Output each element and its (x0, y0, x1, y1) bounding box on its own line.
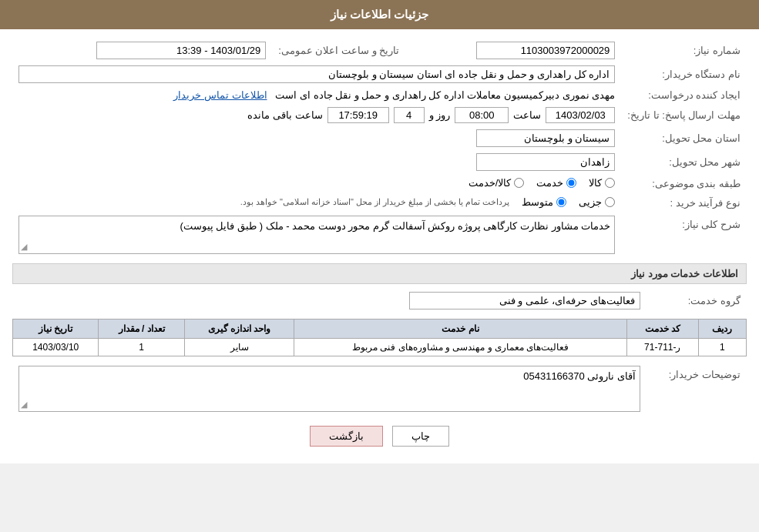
mohlat-remaining-value: 17:59:19 (327, 107, 389, 123)
goroh-table: گروه خدمت: فعالیت‌های حرفه‌ای، علمی و فن… (12, 289, 747, 313)
radio-motevaset[interactable]: متوسط (522, 196, 566, 208)
service-table: ردیف کد خدمت نام خدمت واحد اندازه گیری ت… (12, 319, 747, 356)
radio-kala-khedmat[interactable]: کالا/خدمت (468, 177, 525, 189)
radio-khedmat-label: خدمت (536, 177, 563, 189)
page-title: جزئیات اطلاعات نیاز (331, 8, 428, 21)
cell-radif: 1 (698, 339, 746, 356)
print-button[interactable]: چاپ (392, 426, 449, 447)
remaining-label: ساعت باقی مانده (247, 109, 322, 121)
tosifat-label: توضیحات خریدار: (646, 363, 747, 415)
ijad-konande-label: ایجاد کننده درخواست: (621, 86, 747, 104)
tosifat-table: توضیحات خریدار: آقای ناروئی 05431166370 … (12, 363, 747, 415)
radio-jozii-label: جزیی (579, 196, 602, 208)
sharh-value: خدمات مشاور نظارت کارگاهی پروژه روکش آسف… (180, 220, 611, 232)
tarikh-value: 1403/01/29 - 13:39 (96, 42, 266, 59)
nam-dastgah-value: اداره کل راهداری و حمل و نقل جاده ای است… (18, 65, 615, 83)
cell-vahed: سایر (184, 339, 294, 356)
sharh-resize-icon: ◢ (21, 242, 27, 252)
tosifat-value: آقای ناروئی 05431166370 (523, 370, 636, 382)
shomare-niaz-value: 1103003972000029 (476, 42, 615, 59)
ostan-label: استان محل تحویل: (621, 126, 747, 150)
ettelaat-tamas-link[interactable]: اطلاعات تماس خریدار (173, 89, 267, 101)
mohlat-time-value: 08:00 (455, 107, 509, 123)
tabaghebandi-radio-group: کالا خدمت کالا/خدمت (468, 177, 616, 189)
info-table: شماره نیاز: 1103003972000029 تاریخ و ساع… (12, 38, 747, 257)
col-tedad: تعداد / مقدار (99, 320, 184, 339)
tosifat-resize-icon: ◢ (21, 400, 27, 410)
radio-kala[interactable]: کالا (589, 177, 615, 189)
goroh-value: فعالیت‌های حرفه‌ای، علمی و فنی (409, 292, 640, 309)
mohlat-rooz-value: 4 (394, 107, 425, 123)
shomare-niaz-label: شماره نیاز: (621, 38, 747, 62)
buttons-row: چاپ بازگشت (12, 426, 747, 447)
back-button[interactable]: بازگشت (310, 426, 383, 447)
radio-jozii[interactable]: جزیی (579, 196, 615, 208)
radio-kala-khedmat-label: کالا/خدمت (468, 177, 512, 189)
no-farayand-label: نوع فرآیند خرید : (621, 193, 747, 212)
radio-jozii-input[interactable] (605, 197, 615, 207)
col-tarikh: تاریخ نیاز (13, 320, 99, 339)
cell-kod: ر-711-71 (626, 339, 698, 356)
sharh-box: خدمات مشاور نظارت کارگاهی پروژه روکش آسف… (18, 216, 615, 254)
no-farayand-note: پرداخت تمام یا بخشی از مبلغ خریدار از مح… (240, 197, 510, 207)
radio-kala-label: کالا (589, 177, 602, 189)
goroh-label: گروه خدمت: (646, 289, 747, 313)
col-name: نام خدمت (294, 320, 626, 339)
cell-tarikh: 1403/03/10 (13, 339, 99, 356)
ostan-value: سیستان و بلوچستان (476, 129, 615, 147)
khadamat-section-title: اطلاعات خدمات مورد نیاز (12, 263, 747, 284)
table-row: 1 ر-711-71 فعالیت‌های معماری و مهندسی و … (13, 339, 747, 356)
ijad-konande-value: مهدی نموری دبیرکمیسیون معاملات اداره کل … (275, 89, 615, 101)
tabaghebandi-label: طبقه بندی موضوعی: (621, 174, 747, 193)
radio-kala-input[interactable] (605, 178, 615, 188)
col-vahed: واحد اندازه گیری (184, 320, 294, 339)
radio-khedmat-input[interactable] (566, 178, 576, 188)
tarikh-label: تاریخ و ساعت اعلان عمومی: (272, 38, 405, 62)
radio-motevaset-input[interactable] (556, 197, 566, 207)
cell-name: فعالیت‌های معماری و مهندسی و مشاوره‌های … (294, 339, 626, 356)
mohlat-label: مهلت ارسال پاسخ: تا تاریخ: (621, 104, 747, 126)
radio-motevaset-label: متوسط (522, 196, 553, 208)
radio-khedmat[interactable]: خدمت (536, 177, 576, 189)
shahr-label: شهر محل تحویل: (621, 150, 747, 174)
col-radif: ردیف (698, 320, 746, 339)
cell-tedad: 1 (99, 339, 184, 356)
page-header: جزئیات اطلاعات نیاز (0, 0, 759, 29)
saat-label: ساعت (513, 109, 541, 121)
rooz-label: روز و (429, 109, 451, 121)
sharh-label: شرح کلی نیاز: (621, 212, 747, 257)
mohlat-date-value: 1403/02/03 (546, 107, 615, 123)
no-farayand-radio-group: جزیی متوسط پرداخت تمام یا بخشی از مبلغ خ… (240, 196, 616, 208)
col-kod: کد خدمت (626, 320, 698, 339)
radio-kala-khedmat-input[interactable] (514, 178, 524, 188)
shahr-value: زاهدان (476, 153, 615, 171)
nam-dastgah-label: نام دستگاه خریدار: (621, 62, 747, 86)
tosifat-box: آقای ناروئی 05431166370 ◢ (18, 366, 640, 412)
